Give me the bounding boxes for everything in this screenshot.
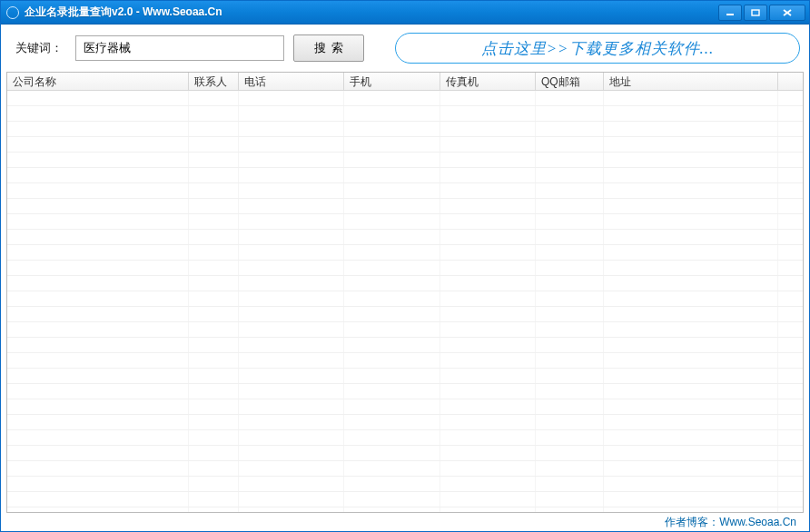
table-row[interactable] xyxy=(7,199,803,214)
table-cell xyxy=(440,415,536,429)
table-row[interactable] xyxy=(7,430,803,446)
table-cell xyxy=(7,415,189,429)
table-cell xyxy=(239,214,344,229)
table-row[interactable] xyxy=(7,446,803,461)
table-cell xyxy=(778,245,793,260)
table-row[interactable] xyxy=(7,477,803,492)
table-body[interactable] xyxy=(7,91,803,512)
table-cell xyxy=(778,461,793,476)
col-contact[interactable]: 联系人 xyxy=(189,73,239,90)
table-row[interactable] xyxy=(7,353,803,369)
table-cell xyxy=(604,91,778,105)
app-icon xyxy=(6,6,19,19)
table-row[interactable] xyxy=(7,261,803,276)
col-fax[interactable]: 传真机 xyxy=(440,73,536,90)
table-cell xyxy=(189,245,239,260)
table-cell xyxy=(778,507,793,512)
table-row[interactable] xyxy=(7,461,803,477)
table-cell xyxy=(344,307,440,321)
table-cell xyxy=(778,230,793,244)
table-row[interactable] xyxy=(7,230,803,245)
table-row[interactable] xyxy=(7,137,803,153)
table-cell xyxy=(7,199,189,213)
keyword-input[interactable] xyxy=(75,35,284,61)
table-cell xyxy=(189,137,239,152)
table-cell xyxy=(344,461,440,476)
table-cell xyxy=(189,307,239,321)
table-cell xyxy=(604,322,778,337)
col-address[interactable]: 地址 xyxy=(604,73,778,90)
table-row[interactable] xyxy=(7,507,803,512)
table-cell xyxy=(604,369,778,383)
table-cell xyxy=(189,322,239,337)
table-cell xyxy=(7,322,189,337)
maximize-button[interactable] xyxy=(744,5,767,21)
minimize-button[interactable] xyxy=(718,5,742,21)
search-toolbar: 关键词： 搜索 点击这里>>下载更多相关软件... xyxy=(1,25,809,72)
search-button[interactable]: 搜索 xyxy=(293,34,364,62)
table-cell xyxy=(189,507,239,512)
col-company[interactable]: 公司名称 xyxy=(7,73,189,90)
footer-link[interactable]: Www.Seoaa.Cn xyxy=(719,516,796,528)
table-cell xyxy=(344,399,440,414)
table-row[interactable] xyxy=(7,106,803,122)
table-cell xyxy=(536,353,604,368)
table-cell xyxy=(536,369,604,383)
table-cell xyxy=(344,384,440,399)
table-row[interactable] xyxy=(7,276,803,291)
col-mobile[interactable]: 手机 xyxy=(344,73,440,90)
table-row[interactable] xyxy=(7,307,803,322)
table-cell xyxy=(189,338,239,352)
table-cell xyxy=(778,338,793,352)
table-cell xyxy=(7,461,189,476)
table-cell xyxy=(604,183,778,198)
table-cell xyxy=(536,199,604,213)
table-row[interactable] xyxy=(7,122,803,137)
table-row[interactable] xyxy=(7,245,803,261)
table-cell xyxy=(778,415,793,429)
table-cell xyxy=(239,307,344,321)
table-row[interactable] xyxy=(7,384,803,399)
table-row[interactable] xyxy=(7,168,803,183)
table-row[interactable] xyxy=(7,214,803,230)
table-cell xyxy=(189,291,239,306)
download-link[interactable]: 点击这里>>下载更多相关软件... xyxy=(395,33,800,64)
table-cell xyxy=(189,369,239,383)
table-cell xyxy=(239,461,344,476)
table-cell xyxy=(440,276,536,291)
table-cell xyxy=(536,415,604,429)
table-cell xyxy=(778,399,793,414)
table-row[interactable] xyxy=(7,369,803,384)
table-cell xyxy=(536,307,604,321)
table-cell xyxy=(440,430,536,445)
table-cell xyxy=(604,199,778,213)
table-cell xyxy=(440,384,536,399)
table-row[interactable] xyxy=(7,291,803,307)
table-row[interactable] xyxy=(7,91,803,106)
table-cell xyxy=(344,322,440,337)
table-row[interactable] xyxy=(7,183,803,199)
table-cell xyxy=(189,153,239,167)
table-cell xyxy=(344,199,440,213)
table-cell xyxy=(440,183,536,198)
table-cell xyxy=(7,122,189,136)
table-row[interactable] xyxy=(7,415,803,430)
table-cell xyxy=(7,369,189,383)
table-cell xyxy=(536,122,604,136)
table-row[interactable] xyxy=(7,399,803,415)
table-cell xyxy=(344,245,440,260)
table-row[interactable] xyxy=(7,153,803,168)
close-button[interactable] xyxy=(769,5,805,21)
col-spacer xyxy=(778,73,793,90)
table-row[interactable] xyxy=(7,338,803,353)
col-qqmail[interactable]: QQ邮箱 xyxy=(536,73,604,90)
table-cell xyxy=(536,291,604,306)
table-header: 公司名称 联系人 电话 手机 传真机 QQ邮箱 地址 xyxy=(7,73,803,91)
table-cell xyxy=(344,338,440,352)
col-phone[interactable]: 电话 xyxy=(239,73,344,90)
table-row[interactable] xyxy=(7,322,803,338)
table-cell xyxy=(536,106,604,121)
table-cell xyxy=(604,291,778,306)
table-cell xyxy=(536,461,604,476)
table-row[interactable] xyxy=(7,492,803,507)
